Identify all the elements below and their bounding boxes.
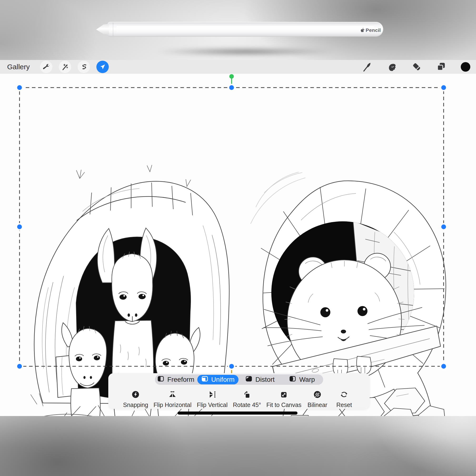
uniform-mode-icon [201,375,208,384]
fit-to-canvas-button[interactable]: Fit to Canvas [266,391,301,408]
mode-warp-label: Warp [299,376,315,383]
transform-actions-row: Snapping Flip Horizontal [108,385,370,408]
rotate-45-label: Rotate 45° [233,402,261,408]
mode-uniform-button[interactable]: Uniform [197,375,238,384]
magic-wand-icon [61,63,68,70]
mode-uniform-label: Uniform [211,376,235,383]
layers-button[interactable] [436,61,447,72]
home-indicator[interactable] [178,411,298,415]
fit-to-canvas-label: Fit to Canvas [266,402,301,408]
mode-warp-button[interactable]: Warp [282,375,323,384]
top-toolbar: Gallery [0,60,476,74]
rotate-45-icon [243,391,251,399]
selection-s-icon [80,63,87,70]
pencil-brand-label: Pencil [366,27,381,33]
actions-wrench-button[interactable] [40,61,52,73]
rotation-handle [229,74,234,79]
gallery-button[interactable]: Gallery [7,63,30,71]
rotate-45-button[interactable]: Rotate 45° [233,391,261,408]
transform-button[interactable] [96,61,109,73]
color-swatch-button[interactable] [460,62,471,72]
fit-to-canvas-icon [280,391,288,399]
snapping-label: Snapping [123,402,148,408]
mode-distort-button[interactable]: Distort [239,375,281,384]
apple-pencil-flat-edge [117,25,374,34]
bilinear-icon [313,391,321,399]
warp-mode-icon [289,375,296,384]
apple-pencil-logo: Pencil [350,27,381,34]
snapping-button[interactable]: Snapping [123,391,148,408]
pencil-shadow [120,46,370,58]
apple-pencil-seam [113,23,113,36]
transform-panel: Freeform Uniform [108,373,370,409]
flip-horizontal-icon [169,391,176,399]
reset-button[interactable]: Reset [333,391,355,408]
bilinear-label: Bilinear [307,402,327,408]
eraser-tool-button[interactable] [411,61,422,72]
screenshot-root: Pencil Gallery [0,0,476,476]
selection-button[interactable] [78,61,90,73]
flip-horizontal-label: Flip Horizontal [153,402,192,408]
flip-vertical-button[interactable]: Flip Vertical [197,391,227,408]
procreate-app: Gallery [0,60,476,416]
apple-logo-icon [361,28,365,33]
reset-icon [340,391,348,399]
flip-vertical-icon [208,391,216,399]
transform-arrow-icon [99,63,106,70]
mode-freeform-label: Freeform [167,376,194,383]
distort-mode-icon [245,375,252,384]
smudge-tool-button[interactable] [387,61,398,72]
flip-vertical-label: Flip Vertical [197,402,227,408]
mode-freeform-button[interactable]: Freeform [155,375,197,384]
canvas[interactable]: Freeform Uniform [0,74,476,416]
mode-distort-label: Distort [255,376,275,383]
adjustments-button[interactable] [59,61,71,73]
freeform-mode-icon [157,375,164,384]
wrench-icon [43,63,50,70]
reset-label: Reset [336,402,352,408]
transform-mode-segmented-control: Freeform Uniform [155,374,323,385]
brush-tool-button[interactable] [362,61,373,72]
flip-horizontal-button[interactable]: Flip Horizontal [153,391,192,408]
bilinear-button[interactable]: Bilinear [307,391,328,408]
snapping-icon [132,391,139,399]
